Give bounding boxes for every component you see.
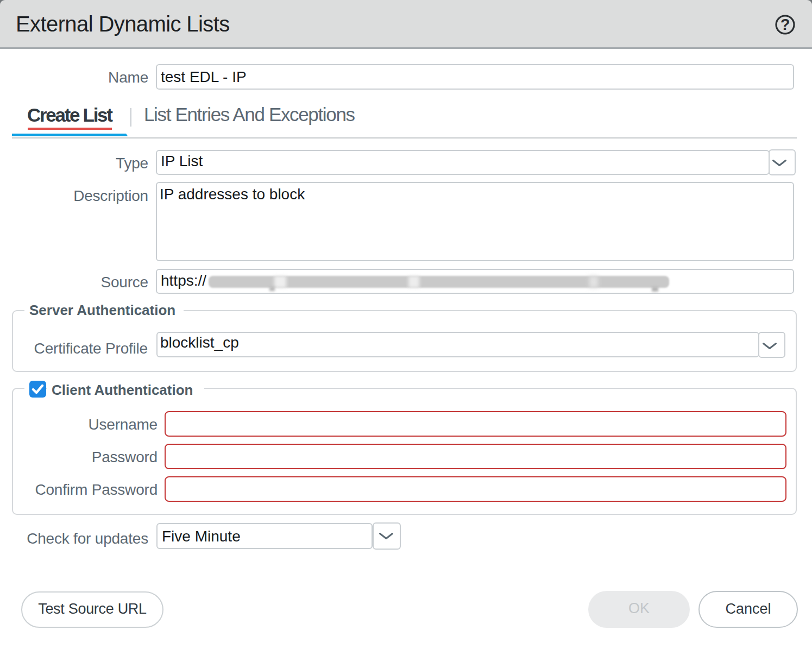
svg-text:?: ? [780, 16, 790, 33]
